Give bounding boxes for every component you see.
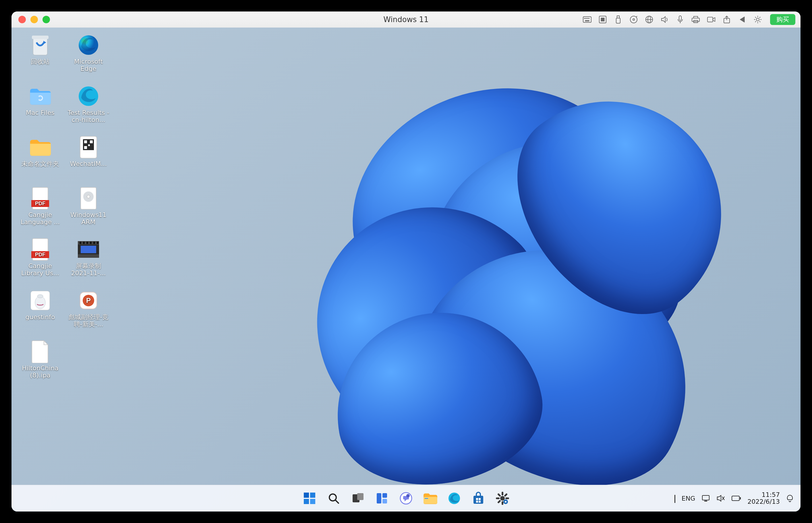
desktop-icon-recycle-bin[interactable]: 回收站	[17, 32, 63, 81]
svg-point-67	[37, 294, 43, 298]
svg-text:PDF: PDF	[35, 201, 46, 206]
image-file-icon	[29, 289, 51, 312]
svg-rect-43	[90, 140, 93, 143]
svg-rect-64	[81, 246, 96, 253]
minimize-window-button[interactable]	[31, 16, 38, 23]
volume-icon[interactable]	[661, 15, 669, 24]
search-button[interactable]	[323, 488, 344, 509]
svg-line-12	[636, 16, 637, 17]
volume-mute-icon[interactable]	[716, 494, 725, 502]
svg-rect-92	[476, 501, 478, 503]
svg-point-51	[87, 195, 90, 198]
mic-icon[interactable]	[676, 15, 685, 24]
svg-line-76	[336, 500, 339, 503]
settings-icon[interactable]	[754, 15, 762, 24]
file-explorer-button[interactable]	[420, 488, 440, 509]
desktop-icon-label: Cangjie Library Us...	[19, 263, 62, 277]
desktop-icon-cangjie-lib[interactable]: PDF Cangjie Library Us...	[17, 236, 63, 285]
share-icon[interactable]	[722, 15, 731, 24]
desktop-icon-label: WechatIM...	[70, 160, 107, 167]
notifications-button[interactable]	[786, 494, 794, 502]
tray-overflow-button[interactable]	[674, 495, 675, 502]
task-view-button[interactable]	[347, 488, 368, 509]
settings-app-button[interactable]	[492, 488, 513, 509]
globe-icon[interactable]	[645, 15, 653, 24]
guest-desktop[interactable]: 回收站 Microsoft Edge Mac Files	[12, 28, 800, 511]
zoom-window-button[interactable]	[42, 16, 50, 23]
desktop-icon-guestinfo[interactable]: guestinfo	[17, 288, 63, 337]
svg-rect-22	[707, 17, 713, 22]
svg-rect-42	[84, 140, 87, 143]
svg-rect-61	[90, 242, 92, 244]
svg-point-5	[589, 18, 590, 19]
window-controls	[18, 16, 50, 23]
titlebar-right: 购买	[583, 14, 795, 25]
svg-rect-106	[704, 501, 707, 502]
desktop-icon-label: Windows11 ARM	[67, 211, 110, 226]
svg-point-11	[633, 19, 634, 20]
back-icon[interactable]	[738, 15, 746, 24]
desktop-icon-wechat-img[interactable]: WechatIM...	[66, 134, 111, 183]
battery-icon[interactable]	[731, 495, 741, 501]
chat-button[interactable]	[396, 488, 416, 509]
clock-date: 2022/6/13	[747, 498, 780, 505]
network-icon[interactable]	[701, 494, 710, 502]
printer-icon[interactable]	[691, 15, 700, 24]
focus-icon[interactable]	[598, 15, 607, 24]
taskbar-clock[interactable]: 11:57 2022/6/13	[747, 491, 780, 505]
svg-line-102	[505, 494, 506, 496]
svg-rect-73	[304, 499, 309, 504]
desktop-icon-label: Microsoft Edge	[67, 58, 110, 73]
desktop-icon-win11-arm[interactable]: Windows11 ARM	[66, 185, 111, 234]
svg-text:P: P	[86, 296, 91, 304]
svg-rect-45	[88, 144, 90, 146]
svg-rect-8	[617, 16, 619, 18]
desktop-icon-edge[interactable]: Microsoft Edge	[66, 32, 111, 81]
desktop-icons: 回收站 Microsoft Edge Mac Files	[17, 32, 111, 387]
svg-marker-16	[662, 17, 665, 22]
svg-text:PDF: PDF	[35, 252, 46, 257]
store-button[interactable]	[468, 488, 489, 509]
svg-rect-86	[423, 497, 437, 504]
widgets-button[interactable]	[372, 488, 392, 509]
desktop-icon-label: Cangjie Language ...	[19, 211, 62, 226]
desktop-icon-screen-rec[interactable]: 屏幕录制 2021-11-...	[66, 236, 111, 285]
svg-rect-17	[679, 16, 681, 20]
svg-rect-1	[585, 20, 589, 21]
disc-icon[interactable]	[629, 15, 638, 24]
desktop-icon-unnamed-folder[interactable]: 未命名文件夹	[17, 134, 63, 183]
titlebar: Windows 11 购买	[12, 12, 800, 28]
svg-rect-7	[601, 18, 605, 21]
svg-rect-36	[32, 36, 49, 39]
edge-button[interactable]	[444, 488, 465, 509]
usb-icon[interactable]	[614, 15, 622, 24]
svg-rect-93	[479, 501, 481, 503]
pdf-file-icon: PDF	[29, 238, 51, 260]
desktop-icon-label: 未命名文件夹	[21, 160, 59, 167]
input-language[interactable]: ENG	[682, 495, 695, 502]
buy-button[interactable]: 购买	[770, 14, 795, 25]
desktop-icon-test-results[interactable]: Test Results - cn-hilton...	[66, 83, 111, 132]
system-tray: ENG 11:57 2022/6/13	[674, 491, 794, 505]
svg-line-31	[755, 17, 756, 18]
svg-rect-63	[97, 242, 98, 244]
close-window-button[interactable]	[18, 16, 26, 23]
keyboard-icon[interactable]	[583, 15, 592, 24]
camera-icon[interactable]	[707, 15, 716, 24]
ppt-file-icon: P	[77, 289, 100, 312]
svg-point-3	[586, 18, 587, 19]
desktop-icon-ppt[interactable]: P 彪城副经理-竞聘-新美-...	[66, 288, 111, 337]
desktop-icon-label: HiltonChina (8).ipa	[19, 364, 62, 379]
svg-marker-107	[717, 495, 721, 501]
desktop-icon-mac-files[interactable]: Mac Files	[17, 83, 63, 132]
svg-marker-23	[713, 18, 715, 21]
svg-rect-78	[357, 493, 363, 500]
svg-line-33	[755, 21, 756, 22]
svg-rect-35	[33, 38, 48, 55]
start-button[interactable]	[299, 488, 320, 509]
desktop-icon-label: Mac Files	[26, 109, 55, 116]
desktop-icon-cangjie-lang[interactable]: PDF Cangjie Language ...	[17, 185, 63, 234]
svg-rect-58	[79, 242, 81, 244]
desktop-icon-hilton-ipa[interactable]: HiltonChina (8).ipa	[17, 339, 63, 387]
svg-line-34	[759, 17, 760, 18]
